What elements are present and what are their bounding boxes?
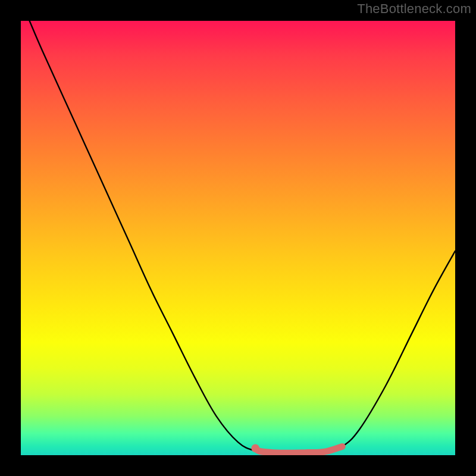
- curve-line: [30, 21, 455, 453]
- marker-dot: [251, 444, 259, 453]
- plot-area-gradient: [21, 21, 455, 455]
- highlight-segment: [255, 446, 342, 453]
- chart-frame: TheBottleneck.com: [0, 0, 476, 476]
- watermark-text: TheBottleneck.com: [357, 1, 471, 17]
- chart-svg: [21, 21, 455, 455]
